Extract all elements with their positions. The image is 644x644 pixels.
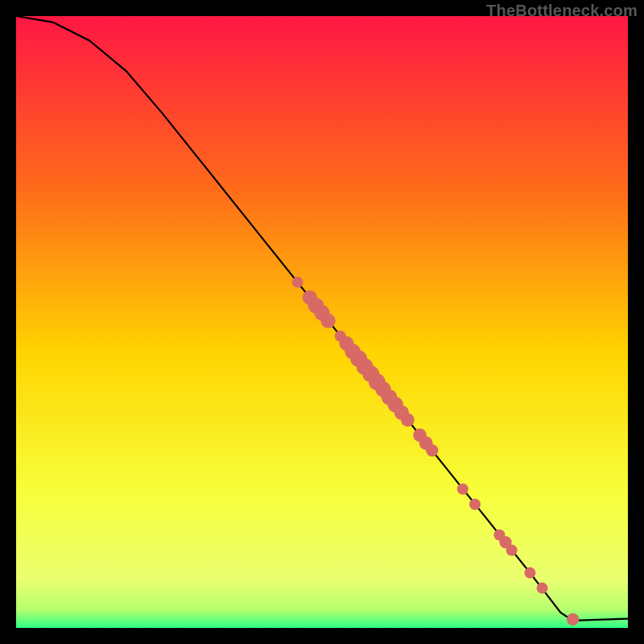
data-marker	[506, 544, 518, 555]
data-marker	[426, 444, 438, 456]
data-marker	[524, 568, 535, 579]
data-marker	[537, 583, 548, 594]
data-marker	[401, 413, 415, 427]
data-marker	[469, 498, 481, 510]
plot-area	[16, 16, 628, 628]
chart-svg	[16, 16, 628, 628]
data-marker	[567, 613, 579, 625]
chart-frame: TheBottleneck.com	[0, 0, 644, 644]
data-marker	[292, 277, 303, 288]
data-marker	[457, 483, 469, 494]
data-marker	[321, 313, 336, 328]
